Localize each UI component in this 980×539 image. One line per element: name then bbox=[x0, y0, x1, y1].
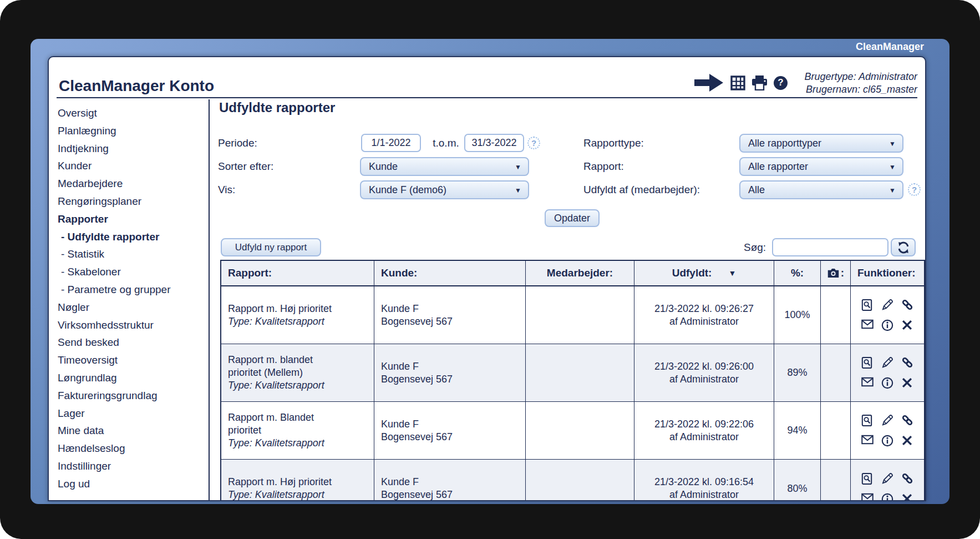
arrow-right-icon[interactable] bbox=[694, 73, 724, 93]
user-info: Brugertype: Administrator Brugernavn: cl… bbox=[805, 70, 917, 96]
sidebar-item[interactable]: Oversigt bbox=[49, 104, 209, 122]
completed-by: af Administrator bbox=[669, 373, 739, 386]
info-icon[interactable] bbox=[881, 319, 893, 331]
sidebar-item[interactable]: Send besked bbox=[49, 334, 209, 351]
col-header-udfyldt[interactable]: Udfyldt: ▼ bbox=[634, 261, 774, 285]
sorter-value: Kunde bbox=[369, 161, 398, 172]
sidebar-item[interactable]: Indstillinger bbox=[49, 457, 209, 475]
preview-icon[interactable] bbox=[861, 299, 874, 311]
link-icon[interactable] bbox=[901, 414, 913, 426]
sidebar-item[interactable]: Log ud bbox=[49, 475, 209, 493]
col-header-rapport[interactable]: Rapport: bbox=[221, 261, 374, 285]
printer-icon[interactable] bbox=[751, 75, 768, 90]
periode-label: Periode: bbox=[218, 134, 257, 152]
rapporttype-select[interactable]: Alle rapporttyper ▼ bbox=[739, 134, 903, 153]
preview-icon[interactable] bbox=[861, 356, 874, 369]
report-title: Rapport m. Høj prioritet bbox=[228, 303, 332, 315]
sidebar-item[interactable]: Rengøringsplaner bbox=[49, 193, 209, 210]
sidebar-item[interactable]: Kunder bbox=[49, 157, 209, 175]
udfyldt-af-select[interactable]: Alle ▼ bbox=[739, 180, 903, 199]
info-icon[interactable] bbox=[881, 493, 893, 501]
customer-address: Bogensevej 567 bbox=[381, 488, 453, 500]
completed-by: af Administrator bbox=[669, 315, 739, 328]
edit-icon[interactable] bbox=[881, 356, 893, 369]
delete-icon[interactable] bbox=[901, 435, 913, 447]
sidebar-item[interactable]: Virksomhedsstruktur bbox=[49, 316, 209, 334]
customer-address: Bogensevej 567 bbox=[381, 373, 453, 386]
sidebar-item[interactable]: - Udfyldte rapporter bbox=[49, 228, 209, 246]
camera-header-suffix: : bbox=[841, 267, 844, 279]
edit-icon[interactable] bbox=[881, 414, 893, 426]
info-icon[interactable] bbox=[881, 377, 893, 389]
sidebar-item[interactable]: Hændelseslog bbox=[49, 440, 209, 457]
date-to-input[interactable] bbox=[464, 134, 524, 152]
col-header-medarbejder[interactable]: Medarbejder: bbox=[526, 261, 634, 285]
help-icon[interactable]: ? bbox=[774, 76, 788, 90]
mail-icon[interactable] bbox=[861, 435, 874, 447]
sidebar-item[interactable]: Lager bbox=[49, 405, 209, 422]
table-row: Rapport m. Blandet prioritet Type: Kvali… bbox=[221, 402, 924, 460]
employee-cell bbox=[526, 460, 634, 500]
edit-icon[interactable] bbox=[881, 299, 893, 311]
new-report-button[interactable]: Udfyld ny rapport bbox=[221, 238, 321, 256]
employee-cell bbox=[526, 402, 634, 459]
opdater-button[interactable]: Opdater bbox=[545, 209, 600, 227]
periode-help-icon[interactable]: ? bbox=[527, 137, 540, 149]
refresh-button[interactable] bbox=[891, 238, 916, 256]
sidebar-item[interactable]: Rapporter bbox=[49, 210, 209, 228]
actions-cell bbox=[851, 402, 924, 459]
mail-icon[interactable] bbox=[861, 377, 874, 389]
sidebar-item[interactable]: - Statistik bbox=[49, 245, 209, 263]
delete-icon[interactable] bbox=[901, 493, 913, 501]
info-icon[interactable] bbox=[881, 435, 893, 447]
sorter-select[interactable]: Kunde ▼ bbox=[360, 157, 529, 176]
col-header-percent[interactable]: %: bbox=[774, 261, 821, 285]
percent-value: 100% bbox=[774, 286, 821, 344]
sidebar-item[interactable]: Nøgler bbox=[49, 299, 209, 316]
completed-at: 21/3-2022 kl. 09:22:06 bbox=[654, 418, 754, 431]
report-type: Type: Kvalitetsrapport bbox=[228, 488, 324, 500]
link-icon[interactable] bbox=[901, 299, 913, 311]
preview-icon[interactable] bbox=[861, 472, 874, 485]
sidebar-item[interactable]: Indtjekning bbox=[49, 140, 209, 158]
chevron-down-icon: ▼ bbox=[889, 182, 896, 199]
mail-icon[interactable] bbox=[861, 493, 874, 501]
sidebar-item[interactable]: Faktureringsgrundlag bbox=[49, 387, 209, 405]
rapport-select[interactable]: Alle rapporter ▼ bbox=[739, 157, 903, 176]
delete-icon[interactable] bbox=[901, 377, 913, 389]
table-grid-icon[interactable] bbox=[730, 75, 745, 90]
sidebar-item[interactable]: Planlægning bbox=[49, 122, 209, 140]
completed-at: 21/3-2022 kl. 09:16:54 bbox=[654, 476, 754, 488]
sidebar-item[interactable]: Mine data bbox=[49, 422, 209, 440]
col-header-camera[interactable]: : bbox=[821, 261, 851, 285]
preview-icon[interactable] bbox=[861, 414, 874, 426]
udfyldt-af-help-icon[interactable]: ? bbox=[908, 183, 921, 196]
delete-icon[interactable] bbox=[901, 319, 913, 331]
browser-page-frame: CleanManager CleanManager Konto bbox=[31, 39, 949, 504]
date-from-input[interactable] bbox=[361, 134, 421, 152]
link-icon[interactable] bbox=[901, 356, 913, 369]
chevron-down-icon: ▼ bbox=[515, 159, 521, 175]
window-header: CleanManager Konto bbox=[57, 57, 917, 98]
percent-value: 94% bbox=[774, 402, 821, 459]
percent-value: 80% bbox=[774, 460, 821, 500]
vis-select[interactable]: Kunde F (demo6) ▼ bbox=[360, 180, 529, 199]
sidebar-item[interactable]: - Parametre og grupper bbox=[49, 281, 209, 299]
chevron-down-icon: ▼ bbox=[515, 182, 521, 199]
employee-cell bbox=[526, 286, 634, 344]
app-title: CleanManager Konto bbox=[59, 77, 214, 95]
sidebar-item[interactable]: Timeoversigt bbox=[49, 351, 209, 369]
search-input[interactable] bbox=[772, 238, 888, 256]
mail-icon[interactable] bbox=[861, 319, 874, 331]
percent-value: 89% bbox=[774, 344, 821, 401]
customer-address: Bogensevej 567 bbox=[381, 431, 453, 444]
report-type: Type: Kvalitetsrapport bbox=[228, 437, 324, 450]
sidebar-item[interactable]: Løngrundlag bbox=[49, 369, 209, 387]
customer-name: Kunde F bbox=[381, 303, 419, 315]
sidebar-item[interactable]: Medarbejdere bbox=[49, 175, 209, 193]
link-icon[interactable] bbox=[901, 472, 913, 485]
sidebar-item[interactable]: - Skabeloner bbox=[49, 263, 209, 281]
col-header-kunde[interactable]: Kunde: bbox=[374, 261, 526, 285]
edit-icon[interactable] bbox=[881, 472, 893, 485]
app-window: CleanManager Konto bbox=[48, 56, 926, 501]
